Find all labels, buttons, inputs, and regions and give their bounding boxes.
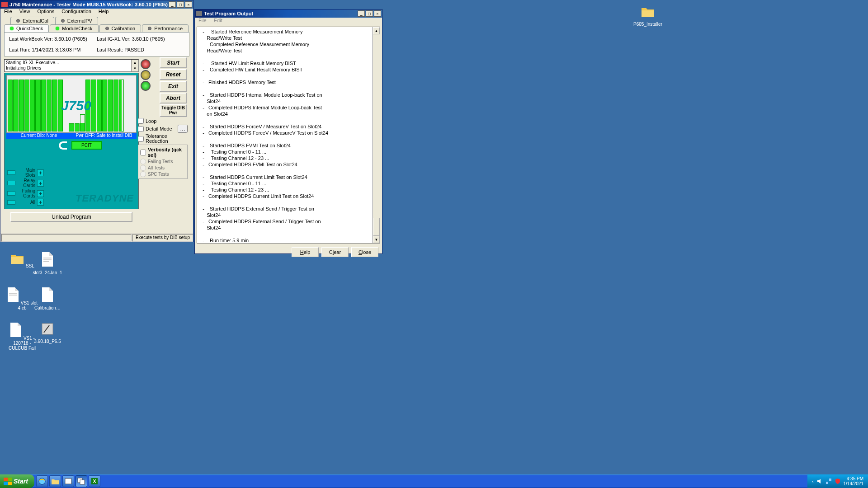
tray-expand-icon[interactable]: ‹ xyxy=(812,479,813,484)
svg-text:X: X xyxy=(93,479,96,484)
radio-failing-tests xyxy=(140,159,146,164)
j750-statusbar: Execute tests by DIB setup xyxy=(0,234,193,242)
filter-all: All xyxy=(17,200,35,205)
status-light-green xyxy=(141,81,151,91)
unload-program-button[interactable]: Unload Program xyxy=(10,212,132,222)
filter-plus-icon[interactable]: + xyxy=(37,169,44,176)
tb-excel-icon[interactable]: X xyxy=(89,475,100,487)
j750-title: J750 Maintenance - Tester Mode MUI8.15 W… xyxy=(9,2,168,7)
svg-rect-5 xyxy=(42,324,53,334)
tpo-menu-edit[interactable]: Edit xyxy=(212,18,224,25)
tpo-clear-button[interactable]: Clear xyxy=(321,247,349,257)
tpo-minimize-button[interactable]: _ xyxy=(358,10,365,17)
last-igxl-ver: Last IG-XL Ver: 3.60.10 (P605) xyxy=(97,35,184,42)
svg-rect-1 xyxy=(43,259,52,260)
desktop-icon-36010[interactable]: 3.60.10_P6.5 xyxy=(32,322,63,344)
svg-rect-15 xyxy=(829,479,831,481)
svg-rect-14 xyxy=(826,482,828,484)
windows-logo-icon xyxy=(4,478,12,485)
tab-externalpv[interactable]: ExternalPV xyxy=(55,17,98,24)
taskbar-clock[interactable]: 4:35 PM 1/14/2021 xyxy=(844,476,864,486)
tpo-maximize-button[interactable]: □ xyxy=(366,10,373,17)
menu-view[interactable]: View xyxy=(18,9,32,16)
tolerance-reduction-checkbox[interactable] xyxy=(138,136,144,142)
tpo-menu-file[interactable]: File xyxy=(197,18,208,25)
control-panel: Start Reset Exit Abort Toggle DIB Pwr Lo… xyxy=(138,57,188,179)
status-light-red xyxy=(141,59,151,69)
tpo-help-button[interactable]: Help xyxy=(292,247,319,257)
log-output: Starting IG-XL Executive... Initializing… xyxy=(4,59,139,72)
tab-performance[interactable]: Performance xyxy=(142,24,189,32)
j750-app-icon xyxy=(1,2,8,7)
tab-modulecheck[interactable]: ModuleCheck xyxy=(50,24,98,32)
svg-rect-3 xyxy=(9,293,17,294)
desktop-icon-slot3[interactable]: slot3_24Jan_1 xyxy=(32,251,63,275)
exit-button[interactable]: Exit xyxy=(160,81,187,92)
tpo-menubar: File Edit xyxy=(195,18,382,25)
reset-button[interactable]: Reset xyxy=(160,69,187,80)
verbosity-group: Verbosity (qck sel) Failing Tests All Te… xyxy=(138,145,188,179)
tpo-title: Test Program Output xyxy=(204,11,357,16)
menu-configuration[interactable]: Configuration xyxy=(60,9,93,16)
tb-app1-icon[interactable] xyxy=(62,475,74,487)
maximize-button[interactable]: □ xyxy=(177,1,184,8)
tab-calibration[interactable]: Calibration xyxy=(99,24,142,32)
teradyne-brand: TERADYNE xyxy=(75,192,134,204)
svg-rect-4 xyxy=(9,295,17,296)
tab-quickcheck[interactable]: QuickCheck xyxy=(4,24,49,32)
j750-maintenance-window: J750 Maintenance - Tester Mode MUI8.15 W… xyxy=(0,0,193,242)
tray-volume-icon[interactable] xyxy=(816,478,823,484)
svg-rect-2 xyxy=(43,261,49,262)
minimize-button[interactable]: _ xyxy=(169,1,176,8)
tpo-titlebar[interactable]: Test Program Output _ □ ✕ xyxy=(195,9,382,18)
menu-options[interactable]: Options xyxy=(35,9,56,16)
filter-main-slots: Main Slots xyxy=(17,168,35,178)
tab-externalcal[interactable]: ExternalCal xyxy=(10,17,54,24)
quickcheck-panel: Last WorkBook Ver: 3.60.10 (P605)Last IG… xyxy=(4,32,189,56)
status-light-yellow xyxy=(141,70,151,80)
tray-network-icon[interactable] xyxy=(826,478,832,484)
tpo-close-button2[interactable]: Close xyxy=(351,247,378,257)
detail-more-button[interactable]: ... xyxy=(178,125,188,133)
last-result: Last Result: PASSED xyxy=(97,46,184,53)
pcit-box[interactable]: PCIT xyxy=(71,141,102,150)
j750-menubar: File View Options Configuration Help xyxy=(0,9,193,16)
tb-explorer-icon[interactable] xyxy=(49,475,61,487)
tray-shield-icon[interactable] xyxy=(835,478,841,484)
system-tray: ‹ 4:35 PM 1/14/2021 xyxy=(807,474,868,488)
last-run: Last Run: 1/14/2021 3:13:03 PM xyxy=(9,46,97,53)
dib-power: Pwr OFF: Safe to install DIB xyxy=(71,133,137,139)
menu-file[interactable]: File xyxy=(2,9,14,16)
close-button[interactable]: ✕ xyxy=(185,1,192,8)
filter-panel: Main Slots+ Relay Cards+ Failing Cards+ … xyxy=(7,167,44,206)
tpo-close-button[interactable]: ✕ xyxy=(374,10,381,17)
start-button[interactable]: Start xyxy=(160,57,187,68)
desktop-icon-calibration[interactable]: Calibration… xyxy=(32,286,63,310)
test-program-output-window: Test Program Output _ □ ✕ File Edit - St… xyxy=(194,9,382,254)
svg-rect-6 xyxy=(1,2,8,7)
radio-spc-tests xyxy=(140,171,146,177)
j750-titlebar[interactable]: J750 Maintenance - Tester Mode MUI8.15 W… xyxy=(0,0,193,9)
tb-ie-icon[interactable] xyxy=(36,475,48,487)
filter-failing-cards: Failing Cards xyxy=(17,188,35,198)
svg-rect-11 xyxy=(80,480,85,484)
tb-app2-icon[interactable] xyxy=(75,475,87,487)
loop-checkbox[interactable] xyxy=(138,118,144,124)
radio-all-tests xyxy=(140,165,146,171)
abort-button[interactable]: Abort xyxy=(160,93,187,103)
tpo-app-icon xyxy=(196,11,202,16)
toggle-dib-pwr-button[interactable]: Toggle DIB Pwr xyxy=(160,104,187,117)
start-button[interactable]: Start xyxy=(0,474,34,488)
desktop-icon-p605-installer[interactable]: P605_Installer xyxy=(632,5,664,27)
taskbar: Start X ‹ 4:35 PM 1/14/2021 xyxy=(0,474,868,488)
slot-diagram: J750 xyxy=(6,75,137,133)
tpo-output-text[interactable]: - Started Reference Measurement Memory R… xyxy=(197,27,380,244)
tpo-scrollbar[interactable]: ▲▼ xyxy=(373,27,380,243)
detail-mode-checkbox[interactable] xyxy=(138,126,144,132)
menu-help[interactable]: Help xyxy=(97,9,111,16)
filter-relay-cards: Relay Cards xyxy=(17,178,35,188)
svg-rect-0 xyxy=(43,258,52,258)
verbosity-checkbox[interactable] xyxy=(140,150,146,155)
svg-rect-7 xyxy=(196,11,202,16)
log-scrollbar[interactable]: ▲▼ xyxy=(131,60,138,71)
